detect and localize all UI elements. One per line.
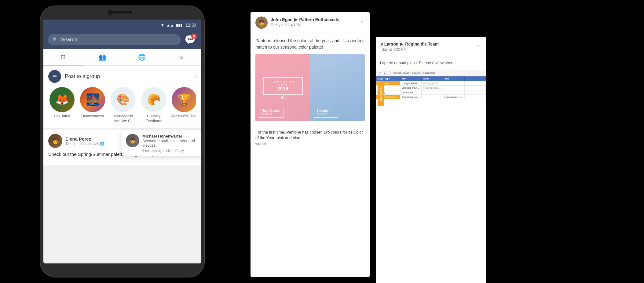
second-card-body: l up the annual plans. Please review she… (376, 56, 486, 70)
phone-camera (128, 10, 132, 14)
pantone-color2-code: 15-3919 (317, 112, 335, 116)
chevron-right-icon: › (194, 73, 196, 80)
grid-cell-item-2: Language around the Claiming... (400, 86, 422, 90)
tab-globe[interactable]: 🌐 (122, 49, 162, 65)
msg-dot-1 (188, 39, 189, 40)
group-circle-minneapolis (111, 87, 136, 112)
comment-text: Awesome stuff, let's meet and discuss. (142, 138, 201, 148)
card-time: Today at 12:40 PM (271, 23, 360, 27)
spreadsheet-inner: ↩ B I Facebook at Work - Customer Requir… (376, 70, 486, 99)
culinary-art (141, 87, 166, 112)
post-author-info: Elena Perez 12 min · London, UK 🌐 (65, 136, 104, 146)
pantone-color1-name: Rose Quartz (262, 109, 281, 112)
group-name-minneapolis: Minneapolis Here We C... (109, 114, 137, 123)
group-item-fox[interactable]: Fox Tales (48, 87, 76, 123)
nav-tabs: ⊡ 👥 🌐 ≡ (43, 49, 201, 66)
grid-cell-item-4: Onboarding experience should provide use… (400, 95, 422, 99)
grid-cell-item-3: Admin roles (400, 90, 422, 95)
spreadsheet-grid: Stage / Type Item Notes Help Onboarding … (376, 76, 486, 99)
post-author-name: Elena Perez (65, 136, 104, 142)
status-icons: ▼ ▲▲ ▮▮▮ 12:30 (160, 23, 196, 28)
card-link-title[interactable]: For the first time, Pantone has chosen t… (255, 130, 365, 141)
card-chevron-icon[interactable]: ⌄ (360, 17, 365, 24)
group-item-culinary[interactable]: Culinary Feedback (140, 87, 167, 123)
john-avatar-icon: 👨 (258, 19, 265, 26)
grid-cell-notes-2: Focusing on giving users a more engaging… (422, 86, 443, 90)
pantone-year-num: 2016 (268, 86, 298, 92)
grid-cell-notes-4 (422, 95, 443, 99)
msg-dot-2 (189, 39, 191, 40)
message-badge: 3 (191, 34, 197, 39)
group-circle-dreamwavers (80, 87, 105, 112)
group-circle-reginald (172, 87, 196, 112)
grid-cell-extra-4 (464, 95, 486, 99)
reginald-author-info: y Larson ▶ Reginald's Team rday at 4:30 … (381, 41, 476, 52)
grid-cell-item-1: Listing of Accounts - Claim and Login (400, 81, 422, 86)
tab-home[interactable]: ⊡ (43, 49, 83, 65)
pantone-year-badge: Color of the Year 2016 (263, 77, 303, 95)
card-group-name: Pattern Enthusiasts (299, 17, 339, 22)
card-header-pattern: 👨 John Egan ▶ Pattern Enthusiasts Today … (251, 12, 370, 33)
pantone-year-label: Color of the Year (268, 80, 298, 86)
pantone-image: Color of the Year 2016 & Rose Quartz 13-… (255, 54, 365, 121)
desktop-cards: 👨 John Egan ▶ Pattern Enthusiasts Today … (251, 12, 638, 277)
card-author-info: John Egan ▶ Pattern Enthusiasts Today at… (271, 17, 360, 27)
card-link-preview: For the first time, Pantone has chosen t… (251, 126, 370, 150)
card-text: Pantone released the colors of the year,… (255, 38, 365, 50)
grid-cell-extra-3 (464, 90, 486, 95)
post-to-group-card: ✏ Post to a group › Fox Tales (43, 66, 201, 128)
grid-header-help: Help (443, 76, 464, 81)
avatar-elena: 👩 (48, 134, 62, 148)
message-button[interactable]: 3 (185, 34, 197, 46)
comment-bubble: 👨 Michael Hohenwarter Awesome stuff, let… (122, 130, 201, 156)
spreadsheet-title: Facebook at Work - Customer Requirements (393, 72, 435, 74)
group-name-culinary: Culinary Feedback (140, 114, 167, 123)
search-input-area[interactable]: 🔍 Search (48, 34, 181, 45)
group-item-minneapolis[interactable]: Minneapolis Here We C... (109, 87, 137, 123)
tab-groups[interactable]: 👥 (83, 49, 122, 65)
globe-post-icon: 🌐 (100, 142, 104, 146)
second-card-text: l up the annual plans. Please review she… (380, 60, 481, 66)
reginald-author-row: y Larson ▶ Reginald's Team (381, 41, 476, 47)
grid-header-extra (464, 76, 486, 81)
group-name-reginald: Reginald's Team (171, 114, 196, 119)
grid-cell-help-1 (443, 81, 464, 86)
ampersand: & (281, 94, 284, 100)
blockers-label: BLOCKERS (378, 82, 384, 106)
pantone-chip-left: Rose Quartz 13-1520 (259, 107, 284, 118)
fox-art (49, 87, 75, 112)
grid-header-stage: Stage / Type (376, 76, 400, 81)
dreamwavers-art (80, 87, 105, 112)
toolbar-italic: I (388, 71, 391, 75)
toolbar-bold: B (383, 71, 387, 75)
toolbar-undo: ↩ (378, 71, 382, 75)
feed-area: ✏ Post to a group › Fox Tales (43, 66, 201, 263)
card-link-url: wrd.cm (255, 142, 365, 146)
grid-header-notes: Notes (422, 76, 443, 81)
tab-menu[interactable]: ≡ (162, 49, 201, 65)
reginald-group-name: Reginald's Team (405, 42, 439, 46)
comment-content: Michael Hohenwarter Awesome stuff, let's… (142, 134, 201, 153)
post-card-elena: 👩 Elena Perez 12 min · London, UK 🌐 Chec… (43, 130, 201, 165)
reginald-team-card: y Larson ▶ Reginald's Team rday at 4:30 … (376, 37, 486, 283)
group-name-fox: Fox Tales (54, 114, 70, 119)
comment-author: Michael Hohenwarter (142, 134, 201, 138)
grid-cell-extra-2 (464, 86, 486, 90)
group-item-dreamwavers[interactable]: Dreamwavers (79, 87, 106, 123)
post-to-group-label[interactable]: Post to a group (65, 73, 194, 79)
avatar-john: 👨 (255, 17, 268, 29)
spreadsheet-toolbar: ↩ B I Facebook at Work - Customer Requir… (376, 70, 486, 76)
spreadsheet-preview: ↩ B I Facebook at Work - Customer Requir… (376, 70, 486, 149)
reginald-author-name: y Larson (381, 42, 398, 46)
groups-row: Fox Tales Dreamwavers Minneapolis Here W… (48, 87, 196, 123)
group-item-reginald[interactable]: Reginald's Team (170, 87, 196, 123)
pantone-right: Serenity 15-3919 (310, 54, 365, 121)
battery-icon: ▮▮▮ (176, 23, 182, 28)
card-arrow-icon: ▶ (294, 17, 298, 22)
search-placeholder: Search (61, 37, 77, 43)
comment-meta: 5 minutes ago · Like · Reply (142, 149, 201, 153)
card-author-row: John Egan ▶ Pattern Enthusiasts (271, 17, 360, 22)
reginald-chevron-icon[interactable]: ⌄ (476, 41, 481, 48)
reginald-arrow-icon: ▶ (400, 41, 404, 47)
compose-icon: ✏ (53, 73, 57, 80)
